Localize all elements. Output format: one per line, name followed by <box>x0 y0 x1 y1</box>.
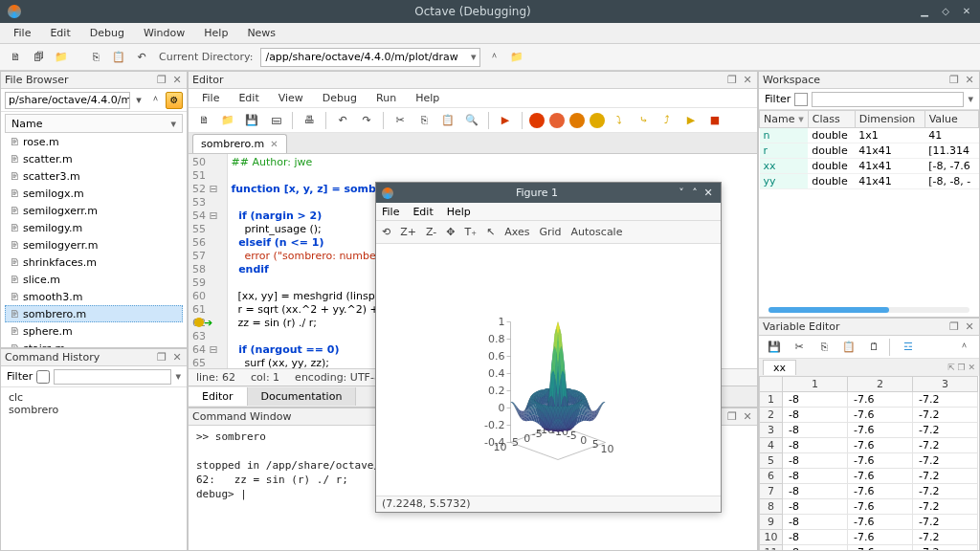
autoscale-button[interactable]: Autoscale <box>571 226 623 238</box>
menu-file[interactable]: File <box>6 25 38 41</box>
workspace-undock-button[interactable]: ❐ <box>948 74 960 86</box>
ve-cut-button[interactable]: ✂ <box>790 338 809 357</box>
menu-edit[interactable]: Edit <box>42 25 78 41</box>
variable-grid[interactable]: 1231-8-7.6-7.22-8-7.6-7.23-8-7.6-7.24-8-… <box>759 376 979 550</box>
ve-up-button[interactable]: ＾ <box>954 338 973 357</box>
figure-canvas[interactable]: -0.4-0.200.20.40.60.81-10-50510-10-50510 <box>376 244 721 496</box>
file-browser-undock-button[interactable]: ❐ <box>156 74 167 86</box>
file-row[interactable]: 🖹scatter3.m <box>5 167 183 185</box>
cmdwin-undock-button[interactable]: ❐ <box>726 410 738 423</box>
figure-menu-file[interactable]: File <box>382 206 399 218</box>
vareditor-undock-button[interactable]: ❐ <box>948 320 960 333</box>
file-browser-gear-button[interactable]: ⚙ <box>166 92 183 109</box>
file-browser-col-header[interactable]: Name ▾ <box>5 114 183 133</box>
breakpoint-prev-button[interactable] <box>549 113 565 128</box>
history-item[interactable]: sombrero <box>9 404 179 416</box>
menu-window[interactable]: Window <box>136 25 192 41</box>
editor-menu-help[interactable]: Help <box>408 90 447 106</box>
vareditor-tab-controls[interactable]: ⇱ ❐ ✕ <box>947 363 975 372</box>
ve-paste-button[interactable]: 📋 <box>839 338 858 357</box>
ed-cut-button[interactable]: ✂ <box>390 111 410 130</box>
editor-undock-button[interactable]: ❐ <box>726 74 738 86</box>
menu-debug[interactable]: Debug <box>82 25 132 41</box>
axes-button[interactable]: Axes <box>504 226 529 238</box>
ed-new-button[interactable]: 🗎 <box>194 111 213 130</box>
step-out-button[interactable]: ⤴ <box>657 111 677 130</box>
dir-up-button[interactable]: ＾ <box>484 48 503 67</box>
ve-copy-button[interactable]: ⎘ <box>814 338 834 357</box>
figure-maximize-button[interactable]: ˄ <box>688 187 702 199</box>
breakpoint-clear-button[interactable] <box>590 113 605 128</box>
ed-print-button[interactable]: 🖶 <box>300 111 319 130</box>
dir-dropdown-icon[interactable]: ▾ <box>471 51 477 63</box>
figure-minimize-button[interactable]: ˅ <box>675 187 688 199</box>
window-close-button[interactable]: ✕ <box>961 6 972 17</box>
editor-close-button[interactable]: ✕ <box>742 74 753 86</box>
zoom-in-button[interactable]: Z+ <box>400 226 416 238</box>
ed-paste-button[interactable]: 📋 <box>438 111 457 130</box>
window-maximize-button[interactable]: ◇ <box>940 6 951 17</box>
history-item[interactable]: clc <box>9 391 179 404</box>
file-browser-path-field[interactable]: p/share/octave/4.4.0/m/plot/draw <box>5 92 130 109</box>
figure-window[interactable]: Figure 1 ˅ ˄ ✕ File Edit Help ⟲ Z+ Z- ✥ … <box>375 182 722 513</box>
cmd-history-undock-button[interactable]: ❐ <box>156 351 167 364</box>
continue-button[interactable]: ▶ <box>681 111 701 130</box>
file-row[interactable]: 🖹stairs.m <box>5 340 183 347</box>
ed-open-button[interactable] <box>218 111 237 130</box>
editor-menu-edit[interactable]: Edit <box>231 90 266 106</box>
file-row[interactable]: 🖹rose.m <box>5 133 183 150</box>
ed-undo-button[interactable]: ↶ <box>333 111 352 130</box>
close-icon[interactable]: ✕ <box>270 139 278 149</box>
zoom-out-button[interactable]: Z- <box>426 226 436 238</box>
window-minimize-button[interactable]: ▁ <box>919 6 930 17</box>
ed-redo-button[interactable]: ↷ <box>357 111 376 130</box>
paste-button[interactable]: 📋 <box>109 48 128 67</box>
bottom-tab-documentation[interactable]: Documentation <box>248 387 357 406</box>
insert-text-button[interactable]: T₊ <box>465 226 478 238</box>
rotate-icon[interactable]: ⟲ <box>382 226 390 238</box>
workspace-filter-input[interactable] <box>812 92 964 107</box>
menu-help[interactable]: Help <box>196 25 235 41</box>
file-row[interactable]: 🖹semilogxerr.m <box>5 202 183 219</box>
grid-button[interactable]: Grid <box>539 226 561 238</box>
cmd-history-close-button[interactable]: ✕ <box>171 351 183 364</box>
editor-menu-run[interactable]: Run <box>368 90 404 106</box>
current-dir-field[interactable]: /app/share/octave/4.4.0/m/plot/draw ▾ <box>260 48 480 67</box>
chevron-down-icon[interactable]: ▾ <box>175 370 181 383</box>
ve-save-button[interactable]: 💾 <box>765 338 784 357</box>
new-function-button[interactable]: 🗐 <box>29 48 48 67</box>
vareditor-tab-xx[interactable]: xx <box>763 360 796 375</box>
workspace-filter-checkbox[interactable] <box>794 93 808 106</box>
figure-close-button[interactable]: ✕ <box>702 187 715 199</box>
ed-run-button[interactable]: ▶ <box>496 111 515 130</box>
file-row[interactable]: 🖹shrinkfaces.m <box>5 253 183 271</box>
cmdwin-close-button[interactable]: ✕ <box>742 410 753 423</box>
vareditor-close-button[interactable]: ✕ <box>964 320 975 333</box>
step-in-button[interactable]: ⤷ <box>634 111 653 130</box>
editor-menu-file[interactable]: File <box>194 90 227 106</box>
figure-menu-edit[interactable]: Edit <box>412 206 433 218</box>
ed-copy-button[interactable]: ⎘ <box>414 111 434 130</box>
workspace-table[interactable]: Name ▾ClassDimensionValuendouble1x141rdo… <box>759 110 979 207</box>
file-row[interactable]: 🖹semilogy.m <box>5 219 183 236</box>
file-row[interactable]: 🖹slice.m <box>5 271 183 288</box>
ed-save-button[interactable]: 💾 <box>242 111 261 130</box>
open-folder-button[interactable] <box>52 48 71 67</box>
copy-button[interactable]: ⎘ <box>86 48 105 67</box>
select-icon[interactable]: ↖ <box>486 226 495 238</box>
workspace-hscrollbar[interactable] <box>768 307 969 313</box>
dir-browse-button[interactable] <box>507 48 526 67</box>
ve-plot-button[interactable]: ☲ <box>899 338 918 357</box>
file-row[interactable]: 🖹scatter.m <box>5 150 183 167</box>
pan-icon[interactable]: ✥ <box>446 226 455 238</box>
chevron-down-icon[interactable]: ▾ <box>968 93 973 105</box>
menu-news[interactable]: News <box>239 25 283 41</box>
cmd-history-filter-input[interactable] <box>54 369 171 385</box>
cmd-history-filter-checkbox[interactable] <box>36 370 50 384</box>
file-row[interactable]: 🖹sombrero.m <box>5 305 183 322</box>
file-browser-path-dropdown[interactable]: ▾ <box>133 94 145 106</box>
stop-button[interactable]: ■ <box>705 111 724 130</box>
breakpoint-toggle-button[interactable] <box>529 113 545 128</box>
bottom-tab-editor[interactable]: Editor <box>189 387 248 406</box>
editor-tab-sombrero[interactable]: sombrero.m ✕ <box>192 134 287 153</box>
